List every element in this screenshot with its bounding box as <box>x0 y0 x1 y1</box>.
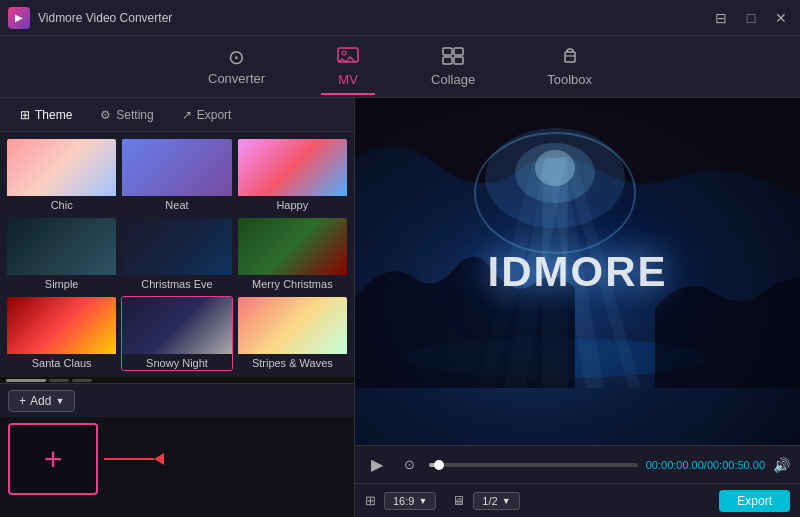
arrow-line <box>104 458 154 460</box>
theme-thumbnail-merry-christmas <box>238 218 347 275</box>
toolbox-icon <box>559 47 581 68</box>
svg-point-1 <box>342 51 346 55</box>
export-label: Export <box>737 494 772 508</box>
time-display: 00:00:00.00/00:00:50.00 <box>646 459 765 471</box>
theme-thumbnail-snowy-night <box>122 297 231 354</box>
main-content: ⊞ Theme ⚙ Setting ↗ Export ChicNeatHappy… <box>0 98 800 517</box>
svg-rect-3 <box>454 48 463 55</box>
add-chevron-icon: ▼ <box>55 396 64 406</box>
ratio-chevron-icon: ▼ <box>418 496 427 506</box>
app-title: Vidmore Video Converter <box>38 11 710 25</box>
theme-thumbnail-neat <box>122 139 231 196</box>
add-icon: + <box>19 394 26 408</box>
nav-mv-label: MV <box>338 72 358 87</box>
export-nav-icon: ↗ <box>182 108 192 122</box>
progress-bar[interactable] <box>429 463 638 467</box>
preview-title: IDMORE <box>488 248 668 296</box>
sub-nav: ⊞ Theme ⚙ Setting ↗ Export <box>0 98 354 132</box>
nav-bar: ⊙ Converter MV Collage <box>0 36 800 98</box>
arrow-indicator <box>104 453 164 465</box>
theme-label-neat: Neat <box>122 196 231 212</box>
setting-icon: ⚙ <box>100 108 111 122</box>
add-button[interactable]: + Add ▼ <box>8 390 75 412</box>
theme-label-stripes-waves: Stripes & Waves <box>238 354 347 370</box>
nav-collage-label: Collage <box>431 72 475 87</box>
collage-icon <box>442 47 464 68</box>
volume-icon[interactable]: 🔊 <box>773 457 790 473</box>
svg-rect-2 <box>443 48 452 55</box>
nav-mv[interactable]: MV <box>321 41 375 93</box>
theme-item-simple[interactable]: Simple <box>6 217 117 292</box>
ratio-label: 16:9 <box>393 495 414 507</box>
media-plus-icon: + <box>44 443 63 475</box>
maximize-button[interactable]: □ <box>740 7 762 29</box>
tab-theme-label: Theme <box>35 108 72 122</box>
svg-point-16 <box>515 143 595 203</box>
tab-export[interactable]: ↗ Export <box>170 104 244 126</box>
svg-point-14 <box>405 338 705 378</box>
nav-collage[interactable]: Collage <box>415 41 491 93</box>
export-button[interactable]: Export <box>719 490 790 512</box>
theme-item-neat[interactable]: Neat <box>121 138 232 213</box>
left-panel: ⊞ Theme ⚙ Setting ↗ Export ChicNeatHappy… <box>0 98 355 517</box>
tab-export-label: Export <box>197 108 232 122</box>
svg-point-17 <box>535 150 575 186</box>
preview-area: IDMORE <box>355 98 800 445</box>
theme-thumbnail-santa-claus <box>7 297 116 354</box>
theme-thumbnail-happy <box>238 139 347 196</box>
tab-setting[interactable]: ⚙ Setting <box>88 104 165 126</box>
add-panel: + Add ▼ <box>0 383 354 417</box>
theme-label-merry-christmas: Merry Christmas <box>238 275 347 291</box>
screen-size-button[interactable]: 1/2 ▼ <box>473 492 519 510</box>
theme-item-stripes-waves[interactable]: Stripes & Waves <box>237 296 348 371</box>
theme-thumbnail-christmas-eve <box>122 218 231 275</box>
svg-point-8 <box>475 133 635 253</box>
add-label: Add <box>30 394 51 408</box>
nav-converter-label: Converter <box>208 71 265 86</box>
resize-icon: ⊞ <box>365 493 376 508</box>
play-button[interactable]: ▶ <box>365 453 389 477</box>
theme-label-chic: Chic <box>7 196 116 212</box>
svg-rect-4 <box>443 57 452 64</box>
theme-label-christmas-eve: Christmas Eve <box>122 275 231 291</box>
progress-thumb <box>434 460 444 470</box>
nav-toolbox[interactable]: Toolbox <box>531 41 608 93</box>
tab-theme[interactable]: ⊞ Theme <box>8 104 84 126</box>
toolbar-row: ⊞ 16:9 ▼ 🖥 1/2 ▼ Export <box>355 483 800 517</box>
title-bar: ▶ Vidmore Video Converter ⊟ □ ✕ <box>0 0 800 36</box>
media-add-placeholder[interactable]: + <box>8 423 98 495</box>
theme-thumbnail-simple <box>7 218 116 275</box>
theme-item-snowy-night[interactable]: Snowy Night <box>121 296 232 371</box>
theme-label-simple: Simple <box>7 275 116 291</box>
svg-rect-6 <box>565 52 575 62</box>
mv-icon <box>337 47 359 68</box>
nav-converter[interactable]: ⊙ Converter <box>192 41 281 92</box>
screen-icon: 🖥 <box>452 493 465 508</box>
theme-label-santa-claus: Santa Claus <box>7 354 116 370</box>
theme-thumbnail-stripes-waves <box>238 297 347 354</box>
window-controls: ⊟ □ ✕ <box>710 7 792 29</box>
tab-setting-label: Setting <box>116 108 153 122</box>
aspect-ratio-button[interactable]: 16:9 ▼ <box>384 492 436 510</box>
theme-item-chic[interactable]: Chic <box>6 138 117 213</box>
player-controls: ▶ ⊙ 00:00:00.00/00:00:50.00 🔊 <box>355 445 800 483</box>
screen-chevron-icon: ▼ <box>502 496 511 506</box>
svg-point-15 <box>485 128 625 228</box>
app-logo: ▶ <box>8 7 30 29</box>
theme-item-happy[interactable]: Happy <box>237 138 348 213</box>
close-button[interactable]: ✕ <box>770 7 792 29</box>
right-panel: IDMORE ▶ ⊙ 00:00:00.00/00:00:50.00 🔊 ⊞ 1… <box>355 98 800 517</box>
arrow-head-icon <box>154 453 164 465</box>
theme-item-santa-claus[interactable]: Santa Claus <box>6 296 117 371</box>
theme-item-christmas-eve[interactable]: Christmas Eve <box>121 217 232 292</box>
media-area: + <box>0 417 354 517</box>
minimize-button[interactable]: ⊟ <box>710 7 732 29</box>
converter-icon: ⊙ <box>228 47 245 67</box>
theme-grid: ChicNeatHappySimpleChristmas EveMerry Ch… <box>0 132 354 377</box>
theme-item-merry-christmas[interactable]: Merry Christmas <box>237 217 348 292</box>
theme-label-snowy-night: Snowy Night <box>122 354 231 370</box>
screen-label: 1/2 <box>482 495 497 507</box>
theme-label-happy: Happy <box>238 196 347 212</box>
preview-background: IDMORE <box>355 98 800 445</box>
stop-button[interactable]: ⊙ <box>397 453 421 477</box>
